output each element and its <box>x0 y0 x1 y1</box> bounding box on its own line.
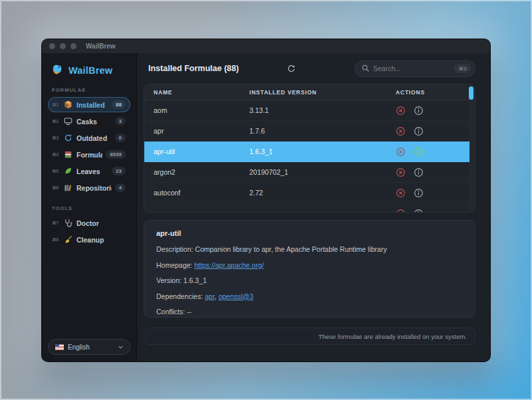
uninstall-button[interactable] <box>396 209 406 213</box>
chevron-down-icon <box>118 344 124 350</box>
formulae-table: NAME INSTALLED VERSION ACTIONS aom 3.13.… <box>144 84 475 213</box>
table-row[interactable]: autoconf 2.72 <box>144 183 469 203</box>
books-icon <box>64 183 73 193</box>
info-button[interactable] <box>414 188 424 198</box>
count-badge: 3 <box>115 117 126 126</box>
table-row-partial[interactable] <box>144 203 469 213</box>
stethoscope-icon <box>64 219 73 228</box>
count-badge: 4 <box>115 183 126 192</box>
detail-version: Version: 1.6.3_1 <box>156 276 463 284</box>
main-panel: Installed Formulae (88) ⌘S NAME INSTALLE… <box>137 53 490 361</box>
sidebar-item-label: Formulae <box>76 151 102 159</box>
homepage-link[interactable]: https://apr.apache.org/ <box>194 261 264 269</box>
us-flag-icon <box>55 344 64 350</box>
shortcut-hint: ⌘2 <box>52 119 61 124</box>
formula-version: 1.7.6 <box>249 127 396 135</box>
sidebar-item-label: Repositories <box>76 184 112 192</box>
uninstall-button[interactable] <box>396 126 406 136</box>
formula-name: autoconf <box>154 189 249 197</box>
info-button[interactable] <box>414 209 424 213</box>
app-name: WailBrew <box>68 65 112 76</box>
sidebar: WailBrew FORMULAE ⌘1 Installed 88 ⌘2 Cas… <box>42 53 137 361</box>
info-button[interactable] <box>414 106 424 116</box>
dependency-link[interactable]: apr <box>205 292 215 300</box>
close-window-button[interactable] <box>49 43 55 49</box>
leaf-icon <box>64 167 73 176</box>
minimize-window-button[interactable] <box>60 43 66 49</box>
shortcut-hint: ⌘6 <box>52 185 61 191</box>
search-input[interactable] <box>373 64 450 72</box>
formula-name: apr-util <box>154 148 249 155</box>
detail-dependencies: Dependencies: apr, openssl@3 <box>156 292 463 300</box>
sidebar-item-label: Installed <box>76 101 108 109</box>
table-row-selected[interactable]: apr-util 1.6.3_1 <box>144 142 469 162</box>
sidebar-item-formulae[interactable]: ⌘4 Formulae 8039 <box>48 147 130 162</box>
package-icon <box>64 100 73 110</box>
section-label-formulae: FORMULAE <box>52 87 130 93</box>
sidebar-item-casks[interactable]: ⌘2 Casks 3 <box>48 114 130 129</box>
detail-description: Description: Companion library to apr, t… <box>156 245 463 253</box>
uninstall-button[interactable] <box>396 188 406 198</box>
column-header-name: NAME <box>154 89 249 96</box>
column-header-actions: ACTIONS <box>396 89 466 96</box>
language-label: English <box>68 344 90 351</box>
status-footer: These formulae are already installed on … <box>144 328 475 345</box>
info-button[interactable] <box>414 147 424 157</box>
page-title: Installed Formulae (88) <box>148 64 239 73</box>
table-row[interactable]: apr 1.7.6 <box>144 121 469 142</box>
uninstall-button[interactable] <box>396 147 406 157</box>
info-button[interactable] <box>414 126 424 136</box>
count-badge: 0 <box>115 134 126 142</box>
sidebar-item-installed[interactable]: ⌘1 Installed 88 <box>48 97 130 112</box>
table-row[interactable]: argon2 20190702_1 <box>144 162 469 183</box>
table-scrollbar <box>469 86 473 211</box>
stack-icon <box>64 150 73 159</box>
search-box[interactable]: ⌘S <box>354 60 475 77</box>
formula-detail-panel: apr-util Description: Companion library … <box>144 220 475 318</box>
formula-name: apr <box>154 127 249 135</box>
count-badge: 88 <box>112 100 126 109</box>
sidebar-item-doctor[interactable]: ⌘7 Doctor <box>48 215 130 231</box>
refresh-button[interactable] <box>283 60 299 76</box>
column-header-version: INSTALLED VERSION <box>249 89 396 96</box>
display-icon <box>64 117 73 126</box>
sidebar-item-outdated[interactable]: ⌘3 Outdated 0 <box>48 130 130 146</box>
info-button[interactable] <box>414 167 424 177</box>
formula-version: 3.13.1 <box>249 106 396 114</box>
dependency-link[interactable]: openssl@3 <box>218 292 253 300</box>
uninstall-button[interactable] <box>396 167 406 177</box>
refresh-icon <box>287 64 296 73</box>
shortcut-hint: ⌘3 <box>52 136 61 141</box>
main-header: Installed Formulae (88) ⌘S <box>137 53 490 84</box>
count-badge: 8039 <box>106 150 126 159</box>
search-shortcut-badge: ⌘S <box>454 64 471 73</box>
formula-version: 1.6.3_1 <box>249 148 396 155</box>
formula-version: 2.72 <box>249 189 396 197</box>
sidebar-item-leaves[interactable]: ⌘5 Leaves 23 <box>48 163 130 179</box>
detail-conflicts: Conflicts: -- <box>156 308 463 316</box>
sidebar-item-cleanup[interactable]: ⌘8 Cleanup <box>48 232 130 247</box>
sidebar-item-label: Cleanup <box>76 236 126 244</box>
shortcut-hint: ⌘5 <box>52 169 61 174</box>
sidebar-item-label: Casks <box>76 118 112 126</box>
formula-name: argon2 <box>154 168 249 176</box>
sidebar-item-label: Outdated <box>76 134 112 142</box>
language-selector[interactable]: English <box>48 339 130 355</box>
sidebar-item-label: Doctor <box>76 219 126 227</box>
shortcut-hint: ⌘4 <box>52 152 61 157</box>
sidebar-item-repositories[interactable]: ⌘6 Repositories 4 <box>48 180 130 195</box>
uninstall-button[interactable] <box>396 106 406 116</box>
shortcut-hint: ⌘7 <box>52 221 61 226</box>
app-logo-row: WailBrew <box>48 61 130 78</box>
titlebar: WailBrew <box>42 39 490 53</box>
scrollbar-thumb[interactable] <box>469 86 473 100</box>
table-rows: aom 3.13.1 apr 1.7.6 apr-util 1.6.3_1 <box>144 100 469 213</box>
zoom-window-button[interactable] <box>70 43 76 49</box>
detail-homepage: Homepage: https://apr.apache.org/ <box>156 261 463 269</box>
section-label-tools: TOOLS <box>52 205 130 211</box>
footer-note: These formulae are already installed on … <box>319 333 467 340</box>
shortcut-hint: ⌘1 <box>52 102 61 108</box>
count-badge: 23 <box>112 167 126 175</box>
broom-icon <box>64 235 73 245</box>
table-row[interactable]: aom 3.13.1 <box>144 100 469 121</box>
